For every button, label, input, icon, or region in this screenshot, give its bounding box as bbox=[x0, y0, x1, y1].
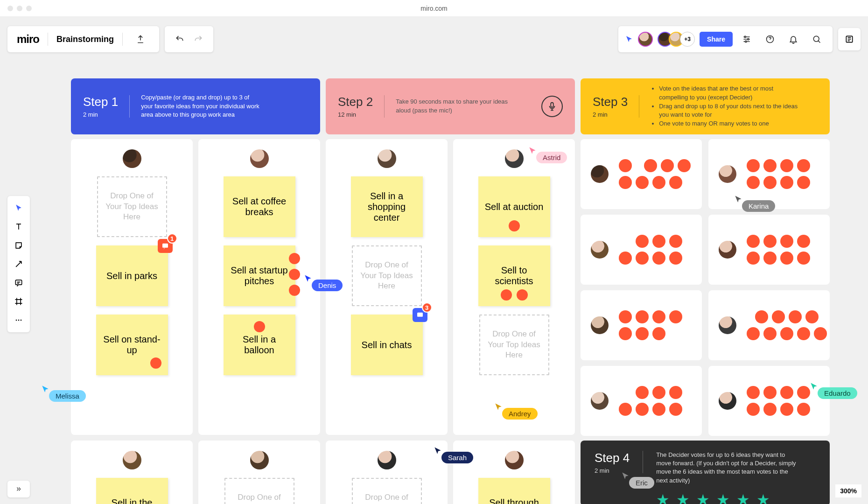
sticky-note[interactable]: Sell at coffee breaks bbox=[224, 176, 295, 237]
vote-dot[interactable] bbox=[517, 289, 528, 301]
sticky-note[interactable]: Sell in chats 3 bbox=[351, 315, 423, 375]
star-icon[interactable]: ★ bbox=[656, 490, 670, 504]
cursor-label: Karina bbox=[742, 200, 775, 212]
step3-desc-list: Vote on the ideas that are the best or m… bbox=[651, 84, 800, 128]
vote-card[interactable] bbox=[581, 139, 702, 209]
sticky-note[interactable]: Sell at startup pitches bbox=[224, 245, 295, 306]
star-icon[interactable]: ★ bbox=[716, 490, 730, 504]
vote-dot[interactable] bbox=[509, 220, 520, 231]
sticky-note[interactable]: Sell in a shopping center bbox=[351, 176, 423, 237]
svg-rect-11 bbox=[162, 244, 168, 248]
step2-header[interactable]: Step 2 12 min Take 90 seconds max to sha… bbox=[326, 78, 575, 134]
sticky-text: Sell through partners bbox=[483, 497, 546, 504]
user-avatar bbox=[378, 149, 396, 168]
star-icon[interactable]: ★ bbox=[756, 490, 770, 504]
vote-dot[interactable] bbox=[289, 285, 300, 296]
user-avatar bbox=[378, 451, 396, 469]
vote-dot[interactable] bbox=[501, 289, 512, 301]
vote-card[interactable] bbox=[708, 290, 830, 360]
svg-point-2 bbox=[745, 41, 747, 42]
user-avatar bbox=[719, 316, 736, 334]
undo-redo-card bbox=[165, 26, 213, 52]
vote-card[interactable] bbox=[581, 215, 702, 285]
step1-title: Step 1 bbox=[83, 95, 118, 109]
drop-zone[interactable]: Drop One of Your Top Ideas Here bbox=[352, 478, 422, 504]
idea-column[interactable]: Sell at auction Sell to scientists Drop … bbox=[453, 139, 575, 435]
sticky-note[interactable]: Sell at auction bbox=[478, 176, 550, 237]
canvas[interactable]: Step 1 2 min Copy/paste (or drag and dro… bbox=[0, 61, 868, 504]
step1-time: 2 min bbox=[83, 111, 118, 118]
presence-avatar[interactable] bbox=[638, 32, 653, 47]
step2-title: Step 2 bbox=[338, 95, 373, 109]
board-header: miro Brainstorming bbox=[7, 26, 159, 52]
cursor-label: Eduardo bbox=[818, 387, 857, 399]
comment-icon[interactable]: 3 bbox=[413, 308, 427, 322]
step3-title: Step 3 bbox=[593, 95, 628, 109]
cursor-label: Melissa bbox=[49, 390, 86, 402]
sticky-note[interactable]: Sell in a balloon bbox=[224, 315, 295, 375]
drop-zone[interactable]: Drop One of Your Top Ideas Here bbox=[224, 478, 294, 504]
idea-column[interactable]: Drop One of Your Top Ideas Here Sell in … bbox=[71, 139, 193, 435]
drop-zone[interactable]: Drop One of Your Top Ideas Here bbox=[97, 176, 167, 237]
help-button[interactable] bbox=[761, 30, 779, 49]
vote-dot[interactable] bbox=[150, 357, 161, 369]
minimize-window-icon[interactable] bbox=[17, 6, 22, 11]
step4-header[interactable]: Step 4 2 min The Decider votes for up to… bbox=[581, 441, 830, 504]
divider bbox=[639, 95, 639, 118]
address-bar[interactable]: miro.com bbox=[420, 5, 448, 12]
vote-dot[interactable] bbox=[254, 321, 265, 332]
vote-card[interactable] bbox=[708, 366, 830, 436]
sticky-note[interactable]: Sell in parks 1 bbox=[96, 245, 168, 306]
notifications-button[interactable] bbox=[784, 30, 803, 49]
drop-zone[interactable]: Drop One of Your Top Ideas Here bbox=[479, 315, 549, 375]
drop-zone[interactable]: Drop One of Your Top Ideas Here bbox=[352, 245, 422, 306]
comment-icon[interactable]: 1 bbox=[158, 239, 173, 253]
user-avatar bbox=[591, 316, 609, 334]
settings-button[interactable] bbox=[737, 30, 756, 49]
user-avatar bbox=[591, 165, 609, 183]
vote-card[interactable] bbox=[581, 290, 702, 360]
star-icon[interactable]: ★ bbox=[696, 490, 710, 504]
user-avatar bbox=[250, 149, 269, 168]
idea-column[interactable]: Drop One of Your Top Ideas Here bbox=[326, 441, 448, 504]
search-button[interactable] bbox=[807, 30, 826, 49]
idea-column[interactable]: Drop One of Your Top Ideas Here bbox=[198, 441, 320, 504]
user-avatar bbox=[123, 451, 141, 469]
sticky-note[interactable]: Sell on stand-up bbox=[96, 315, 168, 375]
board-title[interactable]: Brainstorming bbox=[56, 35, 114, 44]
vote-dot[interactable] bbox=[289, 269, 300, 280]
maximize-window-icon[interactable] bbox=[26, 6, 32, 11]
close-window-icon[interactable] bbox=[7, 6, 13, 11]
sticky-note[interactable]: Sell through partners bbox=[478, 478, 550, 504]
presence-avatar-group[interactable]: +3 bbox=[658, 32, 695, 47]
share-button[interactable]: Share bbox=[700, 32, 733, 47]
miro-logo[interactable]: miro bbox=[17, 33, 39, 46]
vote-card[interactable] bbox=[708, 215, 830, 285]
sticky-note[interactable]: Sell in the library bbox=[96, 478, 168, 504]
presence-overflow[interactable]: +3 bbox=[680, 32, 695, 47]
step2-desc: Take 90 seconds max to share your ideas … bbox=[396, 98, 517, 115]
svg-point-4 bbox=[813, 36, 819, 42]
idea-column[interactable]: Sell in the library bbox=[71, 441, 193, 504]
undo-button[interactable] bbox=[170, 30, 189, 49]
cursor-eric: Eric bbox=[621, 471, 654, 489]
step3-li: Vote on the ideas that are the best or m… bbox=[659, 84, 800, 102]
step3-header[interactable]: Step 3 2 min Vote on the ideas that are … bbox=[581, 78, 830, 134]
user-avatar bbox=[591, 241, 609, 259]
idea-column[interactable]: Sell in a shopping center Drop One of Yo… bbox=[326, 139, 448, 435]
sticky-note[interactable]: Sell to scientists bbox=[478, 245, 550, 306]
vote-card[interactable] bbox=[581, 366, 702, 436]
user-avatar bbox=[505, 451, 524, 469]
cursor-karina: Karina bbox=[734, 195, 775, 212]
idea-column[interactable]: Sell at coffee breaks Sell at startup pi… bbox=[198, 139, 320, 435]
redo-button[interactable] bbox=[189, 30, 208, 49]
step1-header[interactable]: Step 1 2 min Copy/paste (or drag and dro… bbox=[71, 78, 320, 134]
star-icon[interactable]: ★ bbox=[676, 490, 690, 504]
export-button[interactable] bbox=[131, 30, 150, 49]
comments-panel-button[interactable] bbox=[838, 28, 861, 50]
divider bbox=[129, 95, 130, 118]
svg-rect-10 bbox=[551, 103, 553, 107]
star-icon[interactable]: ★ bbox=[736, 490, 750, 504]
divider bbox=[643, 451, 643, 473]
vote-dot[interactable] bbox=[289, 253, 300, 264]
